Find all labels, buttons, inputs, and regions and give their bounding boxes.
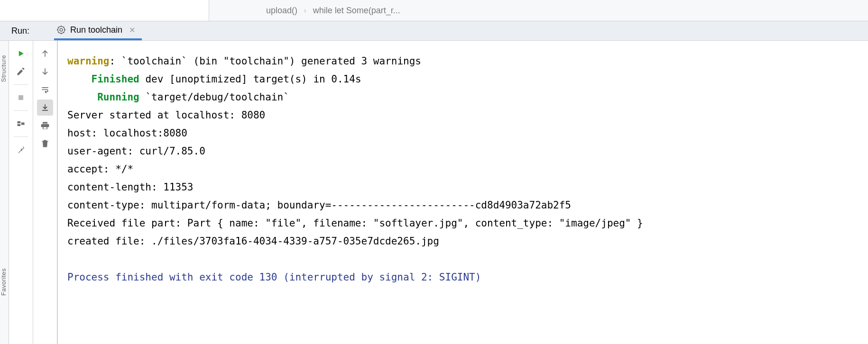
- editor-tab-stub: [0, 0, 209, 21]
- console-text: accept: */*: [67, 163, 133, 175]
- console-exit-line: Process finished with exit code 130 (int…: [67, 272, 481, 283]
- console-running: Running: [97, 91, 139, 103]
- clear-button[interactable]: [37, 136, 53, 152]
- console-text: user-agent: curl/7.85.0: [67, 145, 205, 157]
- breadcrumb-item[interactable]: while let Some(part_r...: [313, 6, 400, 16]
- svg-point-1: [60, 28, 63, 31]
- console-text: content-length: 11353: [67, 181, 194, 193]
- edit-config-button[interactable]: [13, 63, 29, 80]
- print-button[interactable]: [37, 118, 53, 134]
- chevron-right-icon: ›: [304, 7, 306, 14]
- run-tool-window-header: Run: Run toolchain ✕: [0, 21, 868, 41]
- console-text: : `toolchain` (bin "toolchain") generate…: [110, 55, 421, 67]
- console-text: [67, 91, 97, 103]
- pin-button[interactable]: [13, 142, 29, 158]
- run-actions-column: [9, 41, 33, 344]
- favorites-tool-label[interactable]: Favorites: [0, 268, 7, 296]
- console-text: `target/debug/toolchain`: [139, 91, 289, 103]
- console-text: Received file part: Part { name: "file",…: [67, 217, 643, 229]
- console-text: host: localhost:8080: [67, 127, 187, 139]
- layout-button[interactable]: [13, 116, 29, 132]
- console-text: content-type: multipart/form-data; bound…: [67, 199, 571, 211]
- run-label: Run:: [0, 26, 54, 36]
- svg-rect-3: [18, 121, 21, 123]
- console-actions-column: [33, 41, 57, 344]
- rerun-button[interactable]: [13, 45, 29, 62]
- soft-wrap-button[interactable]: [37, 81, 53, 98]
- console-text: Server started at localhost: 8080: [67, 109, 265, 121]
- console-warning: warning: [67, 55, 110, 67]
- scroll-to-end-button[interactable]: [37, 100, 53, 116]
- structure-tool-label[interactable]: Structure: [0, 55, 7, 82]
- ide-left-edge: Structure Favorites: [0, 41, 9, 344]
- editor-top-bar: upload() › while let Some(part_r...: [0, 0, 868, 21]
- svg-rect-5: [21, 123, 25, 125]
- close-icon[interactable]: ✕: [129, 26, 135, 35]
- console-text: created file: ./files/3703fa16-4034-4339…: [67, 235, 439, 247]
- breadcrumb[interactable]: upload() › while let Some(part_r...: [209, 6, 400, 16]
- rust-icon: [56, 25, 66, 35]
- scroll-down-button[interactable]: [37, 63, 53, 80]
- console-finished: Finished: [92, 73, 139, 85]
- console-output[interactable]: warning: `toolchain` (bin "toolchain") g…: [57, 41, 868, 344]
- run-config-label: Run toolchain: [70, 25, 122, 35]
- run-config-tab[interactable]: Run toolchain ✕: [54, 21, 142, 40]
- svg-rect-4: [18, 124, 21, 126]
- console-text: dev [unoptimized] target(s) in 0.14s: [139, 73, 361, 85]
- console-text: [67, 73, 92, 85]
- scroll-up-button[interactable]: [37, 45, 53, 62]
- stop-button[interactable]: [13, 90, 29, 106]
- breadcrumb-item[interactable]: upload(): [266, 6, 297, 16]
- svg-rect-2: [18, 95, 23, 100]
